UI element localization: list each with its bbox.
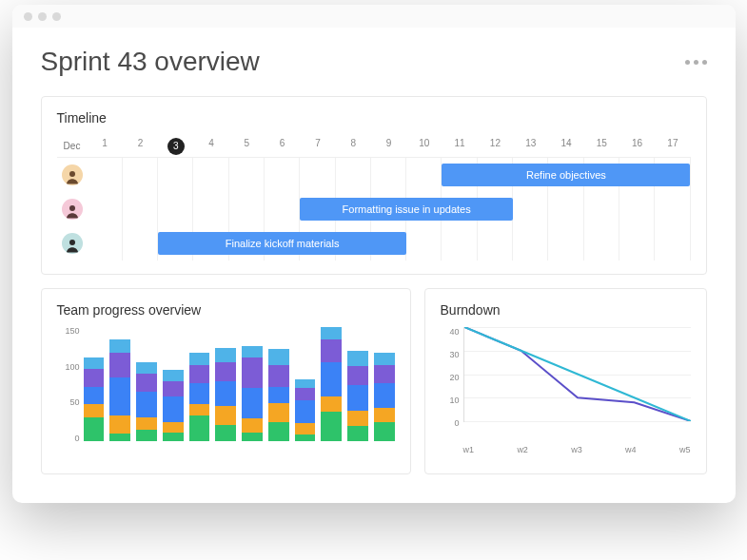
avatar[interactable] bbox=[62, 233, 83, 254]
team-progress-chart: 150100500 bbox=[57, 327, 395, 460]
bar-column bbox=[215, 348, 236, 441]
svg-point-0 bbox=[69, 171, 75, 177]
timeline-day-16[interactable]: 16 bbox=[619, 138, 655, 155]
more-menu-button[interactable] bbox=[685, 60, 707, 65]
bar-segment-purple bbox=[321, 339, 342, 362]
bar-segment-lblue bbox=[321, 327, 342, 339]
bar-segment-orange bbox=[136, 417, 157, 430]
bar-segment-lblue bbox=[347, 351, 368, 366]
timeline-day-12[interactable]: 12 bbox=[478, 138, 513, 155]
burndown-chart: 403020100 bbox=[441, 327, 691, 441]
burndown-lines bbox=[464, 327, 691, 421]
bar-segment-orange bbox=[321, 396, 342, 412]
dots-icon bbox=[694, 60, 698, 65]
svg-point-1 bbox=[69, 205, 75, 211]
timeline-day-9[interactable]: 9 bbox=[371, 138, 406, 155]
timeline-day-6[interactable]: 6 bbox=[265, 138, 300, 155]
timeline-day-14[interactable]: 14 bbox=[548, 138, 583, 155]
burndown-x-axis: w1w2w3w4w5 bbox=[441, 445, 691, 454]
bar-segment-green bbox=[374, 422, 395, 441]
bar-segment-purple bbox=[84, 369, 105, 387]
bar-segment-purple bbox=[109, 353, 130, 378]
timeline-title: Timeline bbox=[57, 110, 691, 126]
bar-column bbox=[84, 357, 105, 441]
bar-segment-blue bbox=[347, 385, 368, 411]
bar-segment-orange bbox=[109, 415, 130, 434]
timeline-rows: Refine objectivesFormatting issue in upd… bbox=[57, 158, 691, 261]
timeline-day-4[interactable]: 4 bbox=[193, 138, 228, 155]
task-bar[interactable]: Finalize kickoff materials bbox=[158, 232, 406, 255]
task-bar[interactable]: Formatting issue in updates bbox=[300, 198, 513, 221]
avatar[interactable] bbox=[62, 199, 83, 220]
bar-column bbox=[347, 351, 368, 441]
burndown-card: Burndown 403020100 w1w2w3w4w5 bbox=[424, 288, 707, 474]
bar-segment-orange bbox=[374, 408, 395, 422]
timeline-day-5[interactable]: 5 bbox=[229, 138, 265, 155]
bar-segment-blue bbox=[215, 381, 236, 407]
timeline-day-8[interactable]: 8 bbox=[336, 138, 371, 155]
timeline-day-3[interactable]: 3 bbox=[158, 138, 193, 155]
timeline-day-2[interactable]: 2 bbox=[123, 138, 158, 155]
bar-segment-blue bbox=[242, 388, 263, 418]
timeline-day-10[interactable]: 10 bbox=[406, 138, 442, 155]
team-progress-title: Team progress overview bbox=[57, 302, 395, 318]
bar-column bbox=[136, 362, 157, 441]
bar-segment-orange bbox=[242, 418, 263, 433]
bar-segment-purple bbox=[374, 365, 395, 383]
bar-column bbox=[189, 353, 210, 441]
bar-segment-lblue bbox=[295, 379, 316, 388]
timeline-date-header: Dec 1234567891011121314151617 bbox=[57, 135, 691, 158]
bar-segment-lblue bbox=[215, 348, 236, 362]
timeline-day-11[interactable]: 11 bbox=[442, 138, 477, 155]
bar-segment-blue bbox=[374, 383, 395, 409]
bar-segment-blue bbox=[295, 400, 316, 423]
burndown-plot-area bbox=[463, 327, 691, 422]
app-window: Sprint 43 overview Timeline Dec 12345678… bbox=[12, 5, 736, 503]
bar-segment-blue bbox=[109, 377, 130, 415]
window-control-close[interactable] bbox=[24, 12, 32, 21]
bar-segment-green bbox=[136, 430, 157, 441]
window-control-min[interactable] bbox=[38, 12, 47, 21]
dots-icon bbox=[702, 60, 707, 65]
task-bar[interactable]: Refine objectives bbox=[442, 164, 690, 186]
bar-segment-lblue bbox=[242, 346, 263, 357]
bar-segment-purple bbox=[242, 357, 263, 388]
timeline-body: Refine objectivesFormatting issue in upd… bbox=[57, 158, 691, 261]
bottom-row: Team progress overview 150100500 Burndow… bbox=[41, 288, 707, 474]
bar-segment-lblue bbox=[84, 357, 105, 369]
bar-column bbox=[109, 339, 130, 441]
bar-chart-bars bbox=[57, 327, 395, 441]
bar-segment-blue bbox=[189, 383, 210, 405]
bar-segment-green bbox=[321, 412, 342, 441]
burndown-y-axis: 403020100 bbox=[441, 327, 460, 428]
bar-segment-blue bbox=[136, 392, 157, 417]
bar-segment-lblue bbox=[109, 339, 130, 352]
bar-column bbox=[321, 327, 342, 441]
svg-point-2 bbox=[69, 240, 75, 245]
window-titlebar bbox=[12, 5, 736, 28]
timeline-day-7[interactable]: 7 bbox=[300, 138, 335, 155]
bar-segment-blue bbox=[268, 387, 289, 403]
team-progress-card: Team progress overview 150100500 bbox=[41, 288, 411, 474]
bar-segment-green bbox=[189, 415, 210, 441]
timeline-day-17[interactable]: 17 bbox=[655, 138, 690, 155]
window-control-max[interactable] bbox=[52, 12, 61, 21]
bar-segment-purple bbox=[163, 381, 184, 396]
bar-segment-orange bbox=[295, 423, 316, 434]
avatar[interactable] bbox=[62, 164, 83, 185]
bar-column bbox=[268, 349, 289, 441]
bar-column bbox=[295, 379, 316, 441]
bar-column bbox=[163, 370, 184, 441]
bar-segment-lblue bbox=[163, 370, 184, 381]
bar-segment-green bbox=[163, 433, 184, 441]
timeline-day-1[interactable]: 1 bbox=[88, 138, 123, 155]
bar-segment-green bbox=[295, 434, 316, 441]
bar-segment-orange bbox=[215, 406, 236, 425]
timeline-day-13[interactable]: 13 bbox=[513, 138, 548, 155]
timeline-day-15[interactable]: 15 bbox=[584, 138, 619, 155]
burndown-x-tick: w3 bbox=[571, 445, 582, 454]
bar-segment-purple bbox=[189, 365, 210, 383]
page-header: Sprint 43 overview bbox=[41, 47, 707, 77]
page-title: Sprint 43 overview bbox=[41, 47, 260, 77]
bar-segment-lblue bbox=[136, 362, 157, 374]
